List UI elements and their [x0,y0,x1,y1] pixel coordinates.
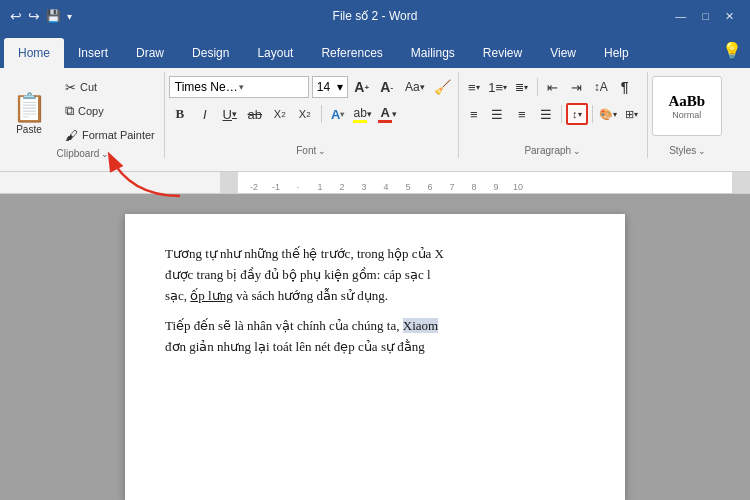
paste-icon: 📋 [12,91,47,124]
tab-design[interactable]: Design [178,38,243,68]
align-left-button[interactable]: ≡ [463,103,485,125]
clipboard-small-buttons: ✂ Cut ⧉ Copy 🖌 Format Painter [60,76,160,146]
maximize-button[interactable]: □ [696,10,715,23]
save-quick-button[interactable]: 💾 [46,9,61,23]
tab-references[interactable]: References [307,38,396,68]
minimize-button[interactable]: — [669,10,692,23]
format-painter-button[interactable]: 🖌 Format Painter [60,124,160,146]
scissors-icon: ✂ [65,80,76,95]
clipboard-group: 📋 Paste ✂ Cut ⧉ Copy 🖌 Format Painter [2,72,165,158]
paste-button[interactable]: 📋 Paste [6,76,52,146]
clear-formatting-button[interactable]: 🧹 [432,76,454,98]
separator-para-1 [537,78,538,96]
justify-button[interactable]: ☰ [535,103,557,125]
ruler-mark: 3 [353,182,375,192]
ruler-mark: 8 [463,182,485,192]
format-painter-icon: 🖌 [65,128,78,143]
clipboard-content: 📋 Paste ✂ Cut ⧉ Copy 🖌 Format Painter [6,76,160,146]
font-group: Times New Roma ▾ 14 ▾ A+ A- Aa▾ 🧹 B I [165,72,459,158]
show-formatting-button[interactable]: ¶ [614,76,636,98]
paragraph-group: ≡▾ 1≡▾ ≣▾ ⇤ ⇥ ↕A ¶ ≡ ☰ ≡ ☰ ↕▾ [459,72,648,158]
ribbon-body: 📋 Paste ✂ Cut ⧉ Copy 🖌 Format Painter [0,68,750,172]
title-bar: ↩ ↪ 💾 ▾ File số 2 - Word — □ ✕ [0,0,750,32]
highlight-icon: ab [354,106,367,120]
bold-button[interactable]: B [169,103,191,125]
increase-font-size-button[interactable]: A+ [351,76,373,98]
superscript-button[interactable]: X2 [294,103,316,125]
ruler-mark: 5 [397,182,419,192]
customize-qa-button[interactable]: ▾ [67,11,72,22]
increase-indent-button[interactable]: ⇥ [566,76,588,98]
styles-sample-label: Normal [672,110,701,120]
tab-view[interactable]: View [536,38,590,68]
tab-mailings[interactable]: Mailings [397,38,469,68]
paragraph-expand-icon[interactable]: ⌄ [573,146,581,156]
ruler-white-area: -2 -1 · 1 2 3 4 5 6 7 8 9 10 [238,172,732,194]
font-color-button[interactable]: A ▾ [377,103,399,125]
text-effects-button[interactable]: A▾ [327,103,349,125]
styles-expand-icon[interactable]: ⌄ [698,146,706,156]
borders-button[interactable]: ⊞▾ [621,103,643,125]
quick-access-toolbar: ↩ ↪ 💾 ▾ [10,8,72,24]
multilevel-list-button[interactable]: ≣▾ [511,76,533,98]
copy-button[interactable]: ⧉ Copy [60,100,160,122]
ruler-mark: 1 [309,182,331,192]
align-center-button[interactable]: ☰ [487,103,509,125]
shading-button[interactable]: 🎨▾ [597,103,619,125]
ruler-mark: 10 [507,182,529,192]
styles-group: AaBb Normal Styles ⌄ [648,72,728,158]
styles-label: Styles ⌄ [652,143,724,158]
ruler-inner: -2 -1 · 1 2 3 4 5 6 7 8 9 10 [220,172,750,194]
para-row2: ≡ ☰ ≡ ☰ ↕▾ 🎨▾ ⊞▾ [463,103,643,125]
ruler-marks: -2 -1 · 1 2 3 4 5 6 7 8 9 10 [238,182,529,192]
close-button[interactable]: ✕ [719,10,740,23]
separator-para-3 [592,105,593,123]
undo-button[interactable]: ↩ [10,8,22,24]
ruler-mark: · [287,182,309,192]
copy-icon: ⧉ [65,103,74,119]
tab-layout[interactable]: Layout [243,38,307,68]
bullets-button[interactable]: ≡▾ [463,76,485,98]
line-spacing-button[interactable]: ↕▾ [566,103,588,125]
numbering-button[interactable]: 1≡▾ [487,76,509,98]
change-case-button[interactable]: Aa▾ [401,76,429,98]
window-controls: — □ ✕ [669,10,740,23]
tab-review[interactable]: Review [469,38,536,68]
tab-help[interactable]: Help [590,38,643,68]
strikethrough-button[interactable]: ab [244,103,266,125]
ruler-mark: 2 [331,182,353,192]
font-label: Font ⌄ [169,143,454,158]
ruler-right-gray [732,172,750,194]
ruler-mark: -1 [265,182,287,192]
tab-home[interactable]: Home [4,38,64,68]
styles-sample[interactable]: AaBb Normal [652,76,722,136]
font-content: Times New Roma ▾ 14 ▾ A+ A- Aa▾ 🧹 B I [169,76,454,143]
light-bulb-icon[interactable]: 💡 [722,41,742,60]
font-color-bar [378,120,392,123]
decrease-font-size-button[interactable]: A- [376,76,398,98]
document-page[interactable]: Tương tự như những thế hệ trước, trong h… [125,214,625,500]
decrease-indent-button[interactable]: ⇤ [542,76,564,98]
paragraph-1: Tương tự như những thế hệ trước, trong h… [165,244,585,306]
tab-insert[interactable]: Insert [64,38,122,68]
ruler: -2 -1 · 1 2 3 4 5 6 7 8 9 10 [0,172,750,194]
align-right-button[interactable]: ≡ [511,103,533,125]
italic-button[interactable]: I [194,103,216,125]
font-expand-icon[interactable]: ⌄ [318,146,326,156]
ruler-mark: 9 [485,182,507,192]
tab-draw[interactable]: Draw [122,38,178,68]
ruler-mark: 7 [441,182,463,192]
font-size-dropdown[interactable]: 14 ▾ [312,76,348,98]
subscript-button[interactable]: X2 [269,103,291,125]
ruler-mark: -2 [243,182,265,192]
font-row1: Times New Roma ▾ 14 ▾ A+ A- Aa▾ 🧹 [169,76,454,98]
underline-button[interactable]: U▾ [219,103,241,125]
font-name-dropdown[interactable]: Times New Roma ▾ [169,76,309,98]
cut-button[interactable]: ✂ Cut [60,76,160,98]
sort-button[interactable]: ↕A [590,76,612,98]
clipboard-expand-icon[interactable]: ⌄ [101,149,109,159]
highlight-color-button[interactable]: ab ▾ [352,103,374,125]
ruler-left-gray [220,172,238,194]
paragraph-2: Tiếp đến sẽ là nhân vật chính của chúng … [165,316,585,358]
redo-button[interactable]: ↪ [28,8,40,24]
